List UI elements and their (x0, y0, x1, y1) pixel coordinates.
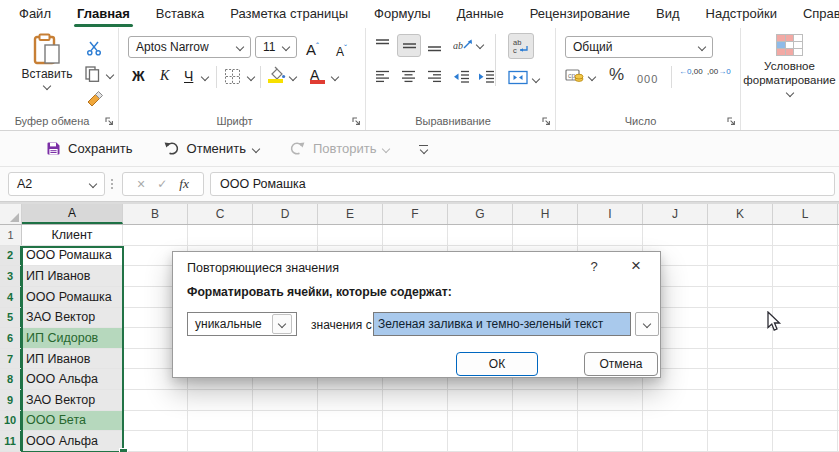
tab-insert[interactable]: Вставка (143, 0, 217, 28)
align-center-button[interactable] (401, 70, 416, 83)
chevron-down-icon[interactable] (289, 73, 297, 81)
column-header-C[interactable]: C (188, 204, 253, 224)
chevron-down-icon[interactable] (106, 71, 114, 79)
formula-input[interactable]: ООО Ромашка (210, 172, 835, 196)
row-header-3[interactable]: 3 (0, 266, 22, 286)
cancel-entry-icon[interactable]: × (137, 176, 145, 192)
fill-handle[interactable] (119, 448, 128, 452)
ok-button[interactable]: ОК (456, 352, 538, 376)
italic-button[interactable]: К (160, 66, 169, 86)
percent-style-button[interactable]: % (609, 65, 624, 85)
tab-review[interactable]: Рецензирование (517, 0, 643, 28)
tab-data[interactable]: Данные (444, 0, 517, 28)
column-header-A[interactable]: A (22, 204, 123, 224)
chevron-down-icon[interactable] (247, 73, 255, 81)
decrease-decimal-button[interactable]: ,00 →0 (707, 68, 731, 76)
copy-button[interactable] (84, 66, 100, 82)
undo-button[interactable]: Отменить (163, 141, 259, 156)
fill-color-button[interactable] (268, 66, 286, 80)
column-header-H[interactable]: H (513, 204, 578, 224)
tab-file[interactable]: Файл (6, 0, 64, 28)
chevron-down-icon[interactable] (201, 73, 209, 81)
align-left-button[interactable] (375, 70, 390, 83)
help-button[interactable]: ? (586, 259, 602, 274)
format-style-chevron-button[interactable] (635, 312, 659, 336)
tab-addins[interactable]: Надстройки (693, 0, 790, 28)
increase-font-button[interactable]: Аˆ (306, 36, 319, 60)
paste-button[interactable]: Вставить (16, 33, 78, 89)
format-style-combo[interactable]: Зеленая заливка и темно-зеленый текст (373, 312, 631, 336)
formula-bar-grip[interactable] (111, 179, 113, 189)
tab-view[interactable]: Вид (643, 0, 693, 28)
cancel-button[interactable]: Отмена (584, 352, 658, 376)
insert-function-icon[interactable]: fx (179, 176, 189, 192)
decrease-indent-button[interactable] (453, 70, 470, 83)
comma-style-button[interactable]: 000 (637, 69, 658, 89)
select-all-corner[interactable] (0, 204, 22, 224)
column-header-I[interactable]: I (578, 204, 643, 224)
column-header-E[interactable]: E (318, 204, 383, 224)
borders-button[interactable] (224, 68, 241, 85)
bold-button[interactable]: Ж (132, 66, 145, 86)
name-box[interactable]: A2 (8, 172, 105, 196)
confirm-entry-icon[interactable]: ✓ (157, 177, 167, 191)
wrap-text-button[interactable]: ab c (508, 33, 534, 59)
increase-decimal-button[interactable]: ←0 ,00 (679, 68, 703, 76)
orientation-button[interactable]: ab (453, 36, 473, 52)
dialog-launcher-icon[interactable] (726, 116, 736, 126)
underline-button[interactable]: Ч (184, 66, 193, 86)
chevron-down-icon[interactable] (331, 73, 339, 81)
conditional-formatting-button[interactable]: Условное форматирование (740, 34, 839, 96)
row-header-9[interactable]: 9 (0, 390, 22, 410)
row-header-1[interactable]: 1 (0, 225, 22, 245)
tab-page-layout[interactable]: Разметка страницы (217, 0, 361, 28)
chevron-down-icon[interactable] (532, 75, 540, 83)
column-header-F[interactable]: F (383, 204, 448, 224)
tab-help[interactable]: Справка (790, 0, 839, 28)
cell-A9[interactable]: ЗАО Вектор (22, 390, 123, 410)
cell-A6[interactable]: ИП Сидоров (22, 328, 123, 348)
merge-center-button[interactable] (508, 70, 528, 85)
cell-A3[interactable]: ИП Иванов (22, 266, 123, 286)
dialog-launcher-icon[interactable] (541, 116, 551, 126)
column-header-G[interactable]: G (448, 204, 513, 224)
column-header-J[interactable]: J (643, 204, 708, 224)
row-header-8[interactable]: 8 (0, 369, 22, 389)
rule-type-select[interactable]: уникальные (187, 312, 297, 336)
font-color-button[interactable]: А (310, 65, 319, 85)
cell-A11[interactable]: ООО Альфа (22, 431, 123, 451)
decrease-font-button[interactable]: Аˇ (336, 38, 347, 62)
format-painter-button[interactable] (86, 90, 104, 108)
row-header-10[interactable]: 10 (0, 411, 22, 431)
cut-button[interactable] (86, 40, 102, 56)
row-header-2[interactable]: 2 (0, 246, 22, 266)
cell-A1[interactable]: Клиент (22, 225, 123, 245)
row-header-5[interactable]: 5 (0, 308, 22, 328)
dialog-launcher-icon[interactable] (351, 116, 361, 126)
toolbar-overflow-button[interactable] (419, 145, 428, 153)
chevron-down-icon[interactable] (588, 73, 596, 81)
save-button[interactable]: Сохранить (46, 141, 133, 156)
dialog-launcher-icon[interactable] (104, 116, 114, 126)
row-header-7[interactable]: 7 (0, 349, 22, 369)
align-right-button[interactable] (427, 70, 442, 83)
increase-indent-button[interactable] (478, 70, 495, 83)
redo-button[interactable]: Повторить (289, 141, 389, 156)
font-name-combo[interactable]: Aptos Narrow (128, 36, 251, 58)
column-header-K[interactable]: K (708, 204, 773, 224)
tab-formulas[interactable]: Формулы (361, 0, 444, 28)
column-header-L[interactable]: L (773, 204, 838, 224)
row-header-11[interactable]: 11 (0, 431, 22, 451)
chevron-down-icon[interactable] (476, 41, 484, 49)
font-size-combo[interactable]: 11 (255, 36, 297, 58)
cell-A7[interactable]: ИП Иванов (22, 349, 123, 369)
align-top-button[interactable] (375, 38, 390, 51)
row-header-4[interactable]: 4 (0, 287, 22, 307)
align-middle-button[interactable] (397, 34, 421, 57)
row-header-6[interactable]: 6 (0, 328, 22, 348)
number-format-combo[interactable]: Общий (565, 36, 713, 58)
column-header-B[interactable]: B (123, 204, 188, 224)
accounting-format-button[interactable]: ср (565, 68, 584, 84)
cell-A4[interactable]: ООО Ромашка (22, 287, 123, 307)
close-icon[interactable]: × (626, 256, 646, 276)
